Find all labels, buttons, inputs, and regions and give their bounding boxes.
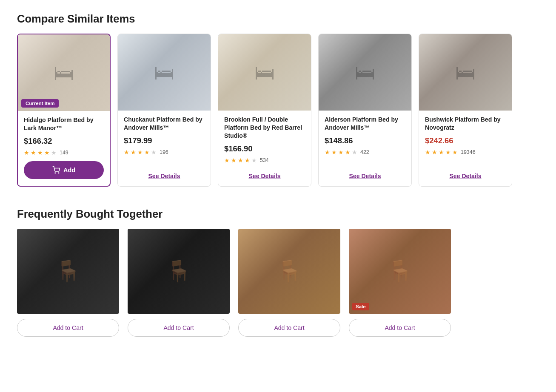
review-count-hidalgo: 149: [60, 150, 68, 156]
add-button-hidalgo[interactable]: Add: [24, 161, 104, 179]
product-title-bushwick: Bushwick Platform Bed by Novogratz: [425, 116, 506, 132]
see-details-button-bushwick[interactable]: See Details: [449, 169, 481, 179]
star-full: ★: [131, 149, 136, 156]
bed-icon-hidalgo: 🛏: [54, 61, 74, 85]
fbt-product-image-fbt-nightstand1: 🪑: [17, 229, 119, 314]
add-to-cart-button-fbt-nightstand2[interactable]: Add to Cart: [238, 319, 340, 337]
star-empty: ★: [51, 149, 57, 156]
furniture-icon-fbt-nightstand2: 🪑: [277, 259, 302, 283]
product-price-chuckanut: $179.99: [124, 136, 205, 145]
compare-card-hidalgo: 🛏 Current Item Hidalgo Platform Bed by L…: [17, 34, 111, 187]
card-body-alderson: Alderson Platform Bed by Andover Mills™ …: [319, 111, 411, 169]
fbt-card-fbt-nightstand1: 🪑 Add to Cart: [17, 229, 119, 337]
card-body-bushwick: Bushwick Platform Bed by Novogratz $242.…: [419, 111, 512, 169]
rating-stars-alderson: ★★★★★ 422: [325, 149, 405, 156]
product-price-bushwick: $242.66: [425, 136, 506, 145]
star-full: ★: [24, 149, 29, 156]
card-body-chuckanut: Chuckanut Platform Bed by Andover Mills™…: [118, 111, 211, 169]
star-half: ★: [144, 149, 150, 156]
furniture-icon-fbt-dresser-black: 🪑: [166, 259, 191, 283]
star-half: ★: [452, 149, 458, 156]
star-full: ★: [338, 149, 344, 156]
see-details-button-chuckanut[interactable]: See Details: [148, 169, 180, 179]
cart-icon: [52, 166, 60, 174]
bed-icon-alderson: 🛏: [355, 61, 375, 84]
furniture-icon-fbt-dresser-wood: 🪑: [387, 259, 413, 283]
review-count-bushwick: 19346: [461, 149, 476, 155]
product-title-alderson: Alderson Platform Bed by Andover Mills™: [325, 116, 405, 132]
fbt-product-image-fbt-dresser-black: 🪑: [128, 229, 230, 314]
star-full: ★: [331, 149, 337, 156]
bed-icon-bushwick: 🛏: [455, 61, 476, 84]
fbt-grid: 🪑 Add to Cart 🪑 Add to Cart 🪑 Add to Car…: [17, 229, 539, 337]
star-empty: ★: [151, 149, 157, 156]
rating-stars-bushwick: ★★★★★ 19346: [425, 149, 506, 156]
star-full: ★: [445, 149, 451, 156]
product-image-brooklon: 🛏: [218, 34, 311, 111]
star-empty: ★: [251, 157, 257, 164]
svg-point-1: [58, 173, 59, 173]
add-to-cart-button-fbt-dresser-wood[interactable]: Add to Cart: [349, 319, 451, 337]
fbt-card-fbt-nightstand2: 🪑 Add to Cart: [238, 229, 340, 337]
compare-card-chuckanut: 🛏 Chuckanut Platform Bed by Andover Mill…: [117, 34, 211, 187]
rating-stars-chuckanut: ★★★★★ 196: [124, 149, 205, 156]
compare-section-title: Compare Similar Items: [17, 13, 539, 25]
bed-icon-brooklon: 🛏: [254, 61, 275, 84]
compare-grid: 🛏 Current Item Hidalgo Platform Bed by L…: [17, 34, 539, 187]
see-details-button-brooklon[interactable]: See Details: [248, 169, 280, 179]
product-image-alderson: 🛏: [319, 34, 411, 111]
star-full: ★: [37, 149, 43, 156]
product-price-brooklon: $166.90: [224, 144, 305, 153]
star-full: ★: [439, 149, 444, 156]
star-full: ★: [345, 149, 351, 156]
star-full: ★: [238, 157, 243, 164]
star-half: ★: [245, 157, 250, 164]
star-half: ★: [44, 149, 50, 156]
star-full: ★: [224, 157, 230, 164]
card-body-hidalgo: Hidalgo Platform Bed by Lark Manor™ $166…: [18, 111, 110, 161]
product-image-bushwick: 🛏: [419, 34, 512, 111]
product-title-brooklon: Brooklon Full / Double Platform Bed by R…: [224, 116, 305, 140]
star-full: ★: [325, 149, 330, 156]
current-item-badge: Current Item: [21, 99, 59, 108]
product-image-hidalgo: 🛏 Current Item: [18, 34, 110, 111]
star-empty: ★: [352, 149, 357, 156]
star-full: ★: [231, 157, 237, 164]
fbt-card-fbt-dresser-black: 🪑 Add to Cart: [128, 229, 230, 337]
fbt-card-fbt-dresser-wood: 🪑 Sale Add to Cart: [349, 229, 451, 337]
fbt-product-image-fbt-dresser-wood: 🪑 Sale: [349, 229, 451, 314]
add-to-cart-button-fbt-nightstand1[interactable]: Add to Cart: [17, 319, 119, 337]
review-count-alderson: 422: [360, 149, 369, 155]
fbt-section-title: Frequently Bought Together: [17, 208, 539, 220]
star-full: ★: [425, 149, 431, 156]
rating-stars-hidalgo: ★★★★★ 149: [24, 149, 104, 156]
furniture-icon-fbt-nightstand1: 🪑: [55, 259, 81, 283]
compare-card-bushwick: 🛏 Bushwick Platform Bed by Novogratz $24…: [419, 34, 512, 187]
compare-card-alderson: 🛏 Alderson Platform Bed by Andover Mills…: [318, 34, 412, 187]
svg-point-0: [55, 173, 56, 173]
product-title-hidalgo: Hidalgo Platform Bed by Lark Manor™: [24, 116, 104, 132]
review-count-brooklon: 534: [260, 157, 269, 163]
star-full: ★: [124, 149, 129, 156]
product-title-chuckanut: Chuckanut Platform Bed by Andover Mills™: [124, 116, 205, 132]
compare-card-brooklon: 🛏 Brooklon Full / Double Platform Bed by…: [218, 34, 311, 187]
sale-badge: Sale: [352, 303, 369, 310]
star-full: ★: [432, 149, 437, 156]
product-price-alderson: $148.86: [325, 136, 405, 145]
rating-stars-brooklon: ★★★★★ 534: [224, 157, 305, 164]
add-to-cart-button-fbt-dresser-black[interactable]: Add to Cart: [128, 319, 230, 337]
product-price-hidalgo: $166.32: [24, 136, 104, 146]
see-details-button-alderson[interactable]: See Details: [349, 169, 381, 179]
product-image-chuckanut: 🛏: [118, 34, 211, 111]
star-full: ★: [31, 149, 36, 156]
bed-icon-chuckanut: 🛏: [154, 61, 174, 84]
card-body-brooklon: Brooklon Full / Double Platform Bed by R…: [218, 111, 311, 169]
fbt-product-image-fbt-nightstand2: 🪑: [238, 229, 340, 314]
review-count-chuckanut: 196: [160, 149, 168, 155]
fbt-section: Frequently Bought Together 🪑 Add to Cart…: [17, 208, 539, 337]
compare-section: Compare Similar Items 🛏 Current Item Hid…: [17, 13, 539, 187]
star-full: ★: [137, 149, 143, 156]
